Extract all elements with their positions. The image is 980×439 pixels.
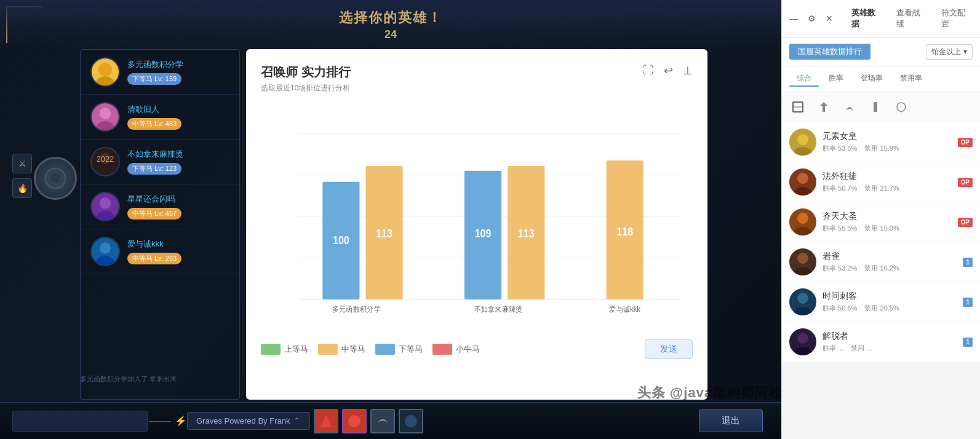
panel-icon-share[interactable]: ⊥ bbox=[683, 64, 693, 77]
player-item[interactable]: 清歌旧人 中等马 Lv: 483 bbox=[81, 95, 239, 140]
player-item[interactable]: 多元函数积分学 下等马 Lv: 159 bbox=[81, 50, 239, 95]
player-name-4: 星星还会闪吗 bbox=[127, 194, 229, 205]
svg-point-3 bbox=[98, 63, 112, 76]
chat-input[interactable] bbox=[12, 411, 148, 432]
svg-point-1 bbox=[50, 173, 60, 183]
right-header: — ⚙ ✕ 英雄数据 查看战绩 符文配置 bbox=[782, 0, 980, 38]
svg-point-45 bbox=[797, 134, 808, 145]
hero-stats-2: 胜率 50.7% 禁用 21.7% bbox=[823, 184, 952, 193]
right-panel: — ⚙ ✕ 英雄数据 查看战绩 符文配置 国服英雄数据排行 铂金以上 ▾ 综合 … bbox=[781, 0, 980, 439]
right-tab-hero-data[interactable]: 英雄数据 bbox=[845, 5, 883, 32]
player-info-1: 多元函数积分学 下等马 Lv: 159 bbox=[127, 59, 229, 85]
summoner-name-text: Graves Powered By Frank bbox=[196, 416, 290, 425]
hero-avatar-5 bbox=[789, 288, 816, 315]
player-rank-4: 中等马 Lv: 457 bbox=[127, 208, 181, 220]
close-button[interactable]: ✕ bbox=[826, 14, 833, 23]
role-icon-all[interactable] bbox=[789, 98, 807, 116]
hero-stats-6: 胜率 ... 禁用 ... bbox=[823, 344, 957, 353]
player-avatar-3: 2022 bbox=[90, 147, 120, 176]
panel-icon-refresh[interactable]: ↩ bbox=[664, 64, 673, 77]
svg-point-51 bbox=[797, 213, 808, 224]
hero-name-1: 元素女皇 bbox=[823, 131, 952, 142]
filter-select-text: 铂金以上 bbox=[931, 47, 961, 57]
svg-text:109: 109 bbox=[475, 227, 492, 240]
right-tab-runes[interactable]: 符文配置 bbox=[935, 5, 973, 32]
bottom-divider: —— bbox=[148, 414, 172, 427]
hero-avatar-1 bbox=[789, 129, 816, 156]
player-rank-5: 中等马 Lv: 263 bbox=[127, 253, 181, 264]
hero-item[interactable]: 法外狂徒 胜率 50.7% 禁用 21.7% OP bbox=[782, 162, 980, 202]
svg-point-6 bbox=[100, 108, 111, 119]
svg-text:100: 100 bbox=[333, 234, 349, 247]
exit-button[interactable]: 退出 bbox=[699, 409, 763, 432]
svg-point-57 bbox=[797, 293, 808, 304]
svg-point-60 bbox=[797, 333, 808, 344]
hero-item[interactable]: 时间刺客 胜率 50.6% 禁用 20.5% 1 bbox=[782, 282, 980, 322]
minimize-button[interactable]: — bbox=[789, 14, 798, 23]
hero-avatar-6 bbox=[789, 328, 816, 355]
hero-badge-4: 1 bbox=[963, 258, 973, 267]
hero-banrate-1: 禁用 15.9% bbox=[864, 144, 899, 152]
chart-title: 召唤师 实力排行 bbox=[261, 64, 693, 81]
hero-badge-6: 1 bbox=[963, 338, 973, 347]
hero-item[interactable]: 岩雀 胜率 53.2% 禁用 16.2% 1 bbox=[782, 242, 980, 282]
send-button[interactable]: 发送 bbox=[645, 339, 693, 359]
hero-winrate-4: 胜率 53.2% bbox=[823, 264, 857, 272]
legend-label-lower: 下等马 bbox=[399, 344, 423, 355]
svg-text:118: 118 bbox=[616, 226, 633, 239]
right-tab-history[interactable]: 查看战绩 bbox=[890, 5, 928, 32]
player-rank-1: 下等马 Lv: 159 bbox=[127, 73, 181, 85]
filter-select[interactable]: 铂金以上 ▾ bbox=[926, 44, 973, 60]
legend-label-small: 小牛马 bbox=[456, 344, 480, 355]
summoner-name-button[interactable]: Graves Powered By Frank ⌃ bbox=[187, 412, 310, 430]
hero-item[interactable]: 齐天大圣 胜率 55.5% 禁用 15.0% OP bbox=[782, 202, 980, 242]
player-rank-2: 中等马 Lv: 483 bbox=[127, 118, 181, 130]
hero-name-area-5: 时间刺客 胜率 50.6% 禁用 20.5% bbox=[823, 291, 957, 313]
legend-lower: 下等马 bbox=[375, 344, 423, 355]
player-name-5: 爱与诚kkk bbox=[127, 239, 229, 250]
role-icon-mid[interactable] bbox=[867, 98, 884, 116]
player-item[interactable]: 2022 不如拿来麻辣烫 下等马 Lv: 123 bbox=[81, 140, 239, 184]
filter-button[interactable]: 国服英雄数据排行 bbox=[789, 44, 870, 60]
panel-icon-resize[interactable]: ⛶ bbox=[643, 64, 654, 77]
hero-item[interactable]: 解脱者 胜率 ... 禁用 ... 1 bbox=[782, 322, 980, 362]
player-item[interactable]: 星星还会闪吗 中等马 Lv: 457 bbox=[81, 184, 239, 229]
skill-icon-graves[interactable] bbox=[314, 409, 338, 433]
player-avatar-5 bbox=[90, 237, 120, 266]
svg-text:113: 113 bbox=[518, 227, 535, 240]
role-icon-jungle[interactable] bbox=[841, 98, 858, 116]
sub-tab-overall[interactable]: 综合 bbox=[789, 71, 819, 87]
legend-box-mid bbox=[318, 344, 338, 355]
skill-icon-3[interactable] bbox=[370, 409, 395, 433]
circle-icon bbox=[34, 157, 77, 200]
svg-point-37 bbox=[348, 415, 361, 427]
hero-name-2: 法外狂徒 bbox=[823, 171, 952, 182]
hero-badge-2: OP bbox=[958, 178, 973, 187]
legend-box-upper bbox=[261, 344, 281, 355]
sub-tab-banrate[interactable]: 禁用率 bbox=[893, 71, 930, 87]
hero-banrate-5: 禁用 20.5% bbox=[864, 304, 899, 312]
role-icon-support[interactable] bbox=[893, 98, 910, 116]
hero-avatar-2 bbox=[789, 168, 816, 196]
role-icons bbox=[782, 92, 980, 122]
sub-tab-winrate[interactable]: 胜率 bbox=[821, 71, 851, 87]
hero-badge-1: OP bbox=[958, 138, 973, 147]
player-avatar-1 bbox=[90, 57, 120, 87]
skill-icon-4[interactable] bbox=[399, 409, 423, 433]
hero-winrate-3: 胜率 55.5% bbox=[823, 224, 857, 232]
chart-legend: 上等马 中等马 下等马 小牛马 发送 bbox=[261, 339, 693, 359]
role-icon-top[interactable] bbox=[815, 98, 832, 116]
legend-label-mid: 中等马 bbox=[341, 344, 365, 355]
player-item[interactable]: 爱与诚kkk 中等马 Lv: 263 bbox=[81, 229, 239, 274]
legend-upper: 上等马 bbox=[261, 344, 308, 355]
panel-icons: ⛶ ↩ ⊥ bbox=[643, 64, 693, 77]
side-icon-2[interactable]: 🔥 bbox=[12, 178, 32, 198]
settings-button[interactable]: ⚙ bbox=[808, 14, 816, 23]
hero-banrate-6: 禁用 ... bbox=[851, 344, 872, 352]
hero-name-area-6: 解脱者 胜率 ... 禁用 ... bbox=[823, 331, 957, 353]
side-icon-1[interactable]: ⚔ bbox=[12, 154, 32, 173]
skill-icon-2[interactable] bbox=[342, 409, 367, 433]
hero-stats-5: 胜率 50.6% 禁用 20.5% bbox=[823, 304, 957, 313]
sub-tab-pickrate[interactable]: 登场率 bbox=[853, 71, 890, 87]
hero-item[interactable]: 元素女皇 胜率 53.6% 禁用 15.9% OP bbox=[782, 122, 980, 162]
